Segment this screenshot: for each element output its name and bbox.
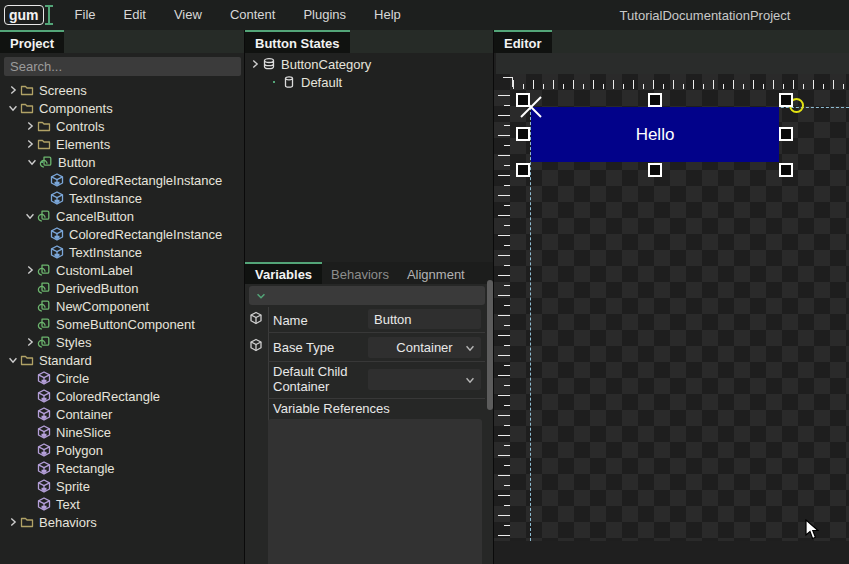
chevron-right-icon[interactable] (249, 58, 261, 70)
chevron-down-icon[interactable] (7, 354, 19, 366)
resize-handle[interactable] (779, 163, 793, 177)
menu-item-content[interactable]: Content (216, 0, 290, 30)
ruler-tick-horizontal (563, 84, 564, 89)
variable-references-textarea[interactable] (268, 419, 482, 564)
tree-item-button[interactable]: Button (0, 153, 244, 171)
ruler-tick-vertical (498, 295, 510, 296)
tree-item-rectangle[interactable]: Rectangle (0, 459, 244, 477)
chevron-down-icon[interactable] (464, 342, 476, 354)
ruler-tick-horizontal (643, 84, 644, 89)
standard-element-icon (37, 497, 51, 511)
tree-item-coloredrectangleinstance[interactable]: ColoredRectangleInstance (0, 225, 244, 243)
tree-item-textinstance[interactable]: TextInstance (0, 243, 244, 261)
component-icon (39, 155, 53, 169)
tab-behaviors[interactable]: Behaviors (322, 262, 398, 284)
tree-item-default[interactable]: Default (245, 73, 493, 91)
chevron-right-icon[interactable] (7, 84, 19, 96)
tab-button-states[interactable]: Button States (245, 30, 350, 53)
tab-editor[interactable]: Editor (494, 30, 552, 53)
tab-project[interactable]: Project (0, 30, 64, 53)
tree-item-label: Rectangle (56, 461, 115, 476)
tree-item-label: Components (39, 101, 113, 116)
ruler-tick-vertical (504, 125, 510, 126)
chevron-down-icon[interactable] (464, 374, 476, 386)
variable-input-name[interactable] (368, 309, 481, 329)
tree-item-customlabel[interactable]: CustomLabel (0, 261, 244, 279)
tree-item-coloredrectangleinstance[interactable]: ColoredRectangleInstance (0, 171, 244, 189)
ruler-tick-horizontal (533, 80, 534, 89)
menu-item-plugins[interactable]: Plugins (289, 0, 360, 30)
tree-item-cancelbutton[interactable]: CancelButton (0, 207, 244, 225)
chevron-right-icon[interactable] (24, 336, 36, 348)
chevron-down-icon[interactable] (24, 210, 36, 222)
states-tab-bar: Button States (245, 30, 493, 53)
ruler-tick-horizontal (523, 84, 524, 89)
chevron-right-icon[interactable] (7, 516, 19, 528)
menu-item-edit[interactable]: Edit (110, 0, 160, 30)
resize-handle[interactable] (516, 93, 530, 107)
stage-button-instance[interactable]: Hello (531, 107, 779, 162)
chevron-right-icon[interactable] (24, 264, 36, 276)
tree-item-derivedbutton[interactable]: DerivedButton (0, 279, 244, 297)
resize-handle[interactable] (779, 93, 793, 107)
tree-item-nineslice[interactable]: NineSlice (0, 423, 244, 441)
ruler-tick-horizontal (663, 84, 664, 89)
component-icon (37, 263, 51, 277)
tree-item-label: CancelButton (56, 209, 134, 224)
menu-item-file[interactable]: File (61, 0, 110, 30)
variable-dropdown-default-child-container[interactable] (368, 369, 481, 390)
tree-item-sprite[interactable]: Sprite (0, 477, 244, 495)
tree-item-controls[interactable]: Controls (0, 117, 244, 135)
tree-item-container[interactable]: Container (0, 405, 244, 423)
tab-variables[interactable]: Variables (245, 262, 322, 284)
chevron-right-icon[interactable] (24, 120, 36, 132)
ruler-tick-horizontal (783, 84, 784, 89)
tree-item-buttoncategory[interactable]: ButtonCategory (245, 55, 493, 73)
tree-item-components[interactable]: Components (0, 99, 244, 117)
tree-item-behaviors[interactable]: Behaviors (0, 513, 244, 531)
tree-item-label: Styles (56, 335, 91, 350)
variables-collapse-bar[interactable] (249, 286, 485, 305)
tree-item-textinstance[interactable]: TextInstance (0, 189, 244, 207)
folder-icon (37, 119, 51, 133)
resize-handle[interactable] (516, 163, 530, 177)
chevron-down-icon[interactable] (26, 156, 38, 168)
tree-item-coloredrectangle[interactable]: ColoredRectangle (0, 387, 244, 405)
variable-dropdown-base-type[interactable]: Container (368, 337, 481, 358)
ruler-tick-horizontal (723, 84, 724, 89)
standard-element-icon (37, 371, 51, 385)
standard-element-icon (37, 443, 51, 457)
tree-item-screens[interactable]: Screens (0, 81, 244, 99)
ruler-tick-vertical (498, 95, 510, 96)
tree-item-text[interactable]: Text (0, 495, 244, 513)
tree-item-circle[interactable]: Circle (0, 369, 244, 387)
menu-item-view[interactable]: View (160, 0, 216, 30)
chevron-down-icon[interactable] (7, 102, 19, 114)
tab-alignment[interactable]: Alignment (398, 262, 474, 284)
ruler-tick-vertical (498, 395, 510, 396)
ruler-tick-vertical (504, 505, 510, 506)
tree-item-polygon[interactable]: Polygon (0, 441, 244, 459)
variable-cube-icon (249, 311, 263, 325)
tree-item-newcomponent[interactable]: NewComponent (0, 297, 244, 315)
ruler-tick-horizontal (633, 80, 634, 89)
resize-handle[interactable] (779, 127, 793, 141)
ruler-tick-vertical (498, 235, 510, 236)
chevron-right-icon[interactable] (24, 138, 36, 150)
menu-item-help[interactable]: Help (360, 0, 415, 30)
tree-item-standard[interactable]: Standard (0, 351, 244, 369)
ruler-tick-vertical (504, 465, 510, 466)
ruler-tick-horizontal (543, 84, 544, 89)
ruler-tick-horizontal (833, 80, 834, 89)
editor-stage[interactable]: Hello (494, 74, 849, 541)
editor-canvas: Hello (494, 53, 849, 564)
tree-item-styles[interactable]: Styles (0, 333, 244, 351)
resize-handle[interactable] (516, 127, 530, 141)
tree-item-elements[interactable]: Elements (0, 135, 244, 153)
resize-handle[interactable] (648, 93, 662, 107)
ruler-tick-horizontal (573, 80, 574, 89)
variables-scrollbar[interactable] (487, 280, 493, 410)
tree-item-somebuttoncomponent[interactable]: SomeButtonComponent (0, 315, 244, 333)
search-input[interactable] (4, 57, 241, 76)
resize-handle[interactable] (648, 163, 662, 177)
